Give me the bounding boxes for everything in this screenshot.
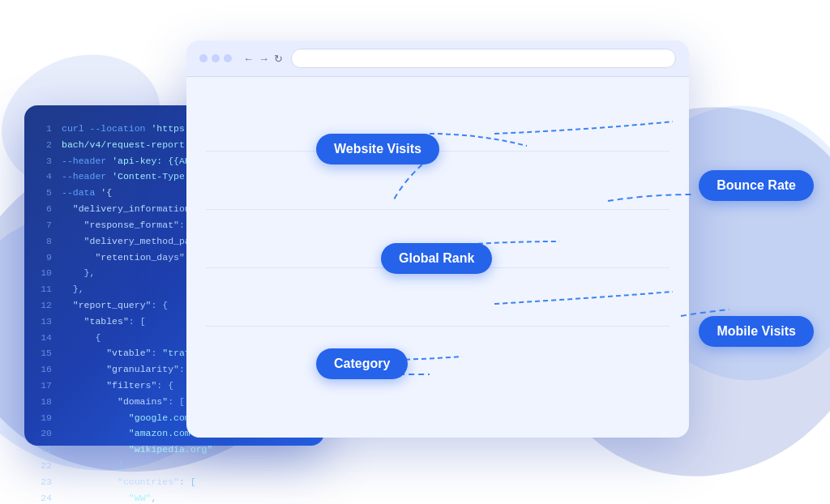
traffic-lights [199, 54, 232, 62]
category-pill: Category [316, 348, 408, 379]
code-line-22: 22 ], [37, 459, 311, 473]
global-rank-pill: Global Rank [381, 243, 492, 274]
forward-button[interactable]: → [259, 53, 269, 65]
browser-titlebar: ← → ↻ [186, 41, 689, 77]
website-visits-pill: Website Visits [316, 134, 439, 164]
code-line-21: 21 "wikipedia.org" [37, 442, 311, 457]
browser-content [186, 77, 689, 401]
traffic-light-3 [224, 54, 232, 62]
back-button[interactable]: ← [243, 53, 254, 65]
table-row-4 [206, 268, 670, 327]
browser-panel: ← → ↻ [186, 41, 689, 438]
bounce-rate-pill: Bounce Rate [699, 170, 814, 201]
table-row-5 [206, 327, 670, 385]
table-row-2 [206, 152, 670, 210]
traffic-light-1 [199, 54, 208, 62]
refresh-button[interactable]: ↻ [274, 53, 283, 65]
browser-nav: ← → ↻ [243, 53, 283, 65]
address-bar[interactable] [291, 49, 676, 68]
code-line-24: 24 "WW", [37, 491, 311, 504]
scene: 1 curl --location 'https://api.similarwe… [0, 0, 830, 504]
traffic-light-2 [212, 54, 220, 62]
code-line-23: 23 "countries": [ [37, 475, 311, 489]
mobile-visits-pill: Mobile Visits [699, 316, 814, 347]
